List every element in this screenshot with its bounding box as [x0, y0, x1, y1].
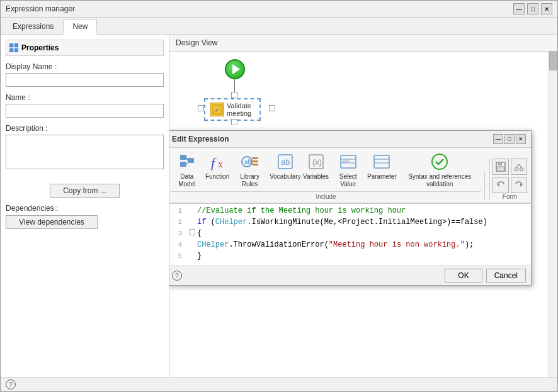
toolbar-variables[interactable]: (x) Variables	[302, 150, 329, 189]
svg-rect-15	[252, 157, 258, 159]
properties-label: Properties	[21, 43, 59, 52]
svg-text:x: x	[218, 159, 223, 169]
data-model-label: Data Model	[173, 173, 201, 188]
svg-rect-1	[14, 43, 18, 47]
node-connector-left	[198, 105, 204, 111]
scrollbar-thumb[interactable]	[549, 52, 557, 70]
cancel-button[interactable]: Cancel	[486, 269, 526, 283]
scissors-icon[interactable]	[511, 159, 527, 175]
svg-rect-16	[252, 160, 258, 162]
dependencies-group: Dependencies : View dependencies	[6, 204, 164, 229]
toolbar-syntax[interactable]: Syntax and references validation	[398, 150, 481, 189]
variables-label: Variables	[303, 173, 329, 181]
dialog-help-icon[interactable]: ?	[172, 271, 182, 281]
svg-rect-26	[374, 155, 389, 168]
copy-from-container: Copy from ...	[6, 180, 164, 201]
help-icon[interactable]: ?	[6, 379, 16, 389]
dialog-title-bar: Edit Expression — □ ✕	[169, 131, 531, 148]
design-canvas: ✓ Validate meeting Edit Expression	[169, 52, 557, 377]
node-box: ✓ Validate meeting	[204, 98, 261, 121]
form-section-label: Form	[503, 193, 517, 200]
node-connector-right	[269, 105, 275, 111]
connector-line	[234, 79, 235, 92]
minimize-button[interactable]: —	[513, 3, 525, 14]
display-name-group: Display Name :	[6, 62, 164, 87]
tab-new[interactable]: New	[63, 19, 97, 35]
toolbar-form-area: Form	[489, 159, 527, 200]
toolbar-data-model[interactable]: Data Model	[171, 150, 203, 189]
svg-text:ab: ab	[281, 157, 290, 167]
syntax-icon	[430, 152, 450, 172]
svg-rect-31	[498, 162, 502, 165]
node-connector-bottom	[231, 119, 237, 125]
svg-text:f: f	[211, 155, 217, 171]
svg-rect-0	[9, 43, 13, 47]
maximize-button[interactable]: □	[527, 3, 538, 14]
library-rules-icon: ab	[240, 152, 260, 172]
function-icon: f x	[207, 152, 227, 172]
right-panel: Design View	[169, 35, 557, 377]
form-arrow-row	[493, 177, 527, 193]
display-name-label: Display Name :	[6, 62, 164, 71]
properties-icon	[9, 43, 19, 53]
main-window: Expression manager — □ ✕ Expressions New	[0, 0, 558, 392]
code-line-3: 3 {	[169, 229, 528, 240]
toolbar-library-rules[interactable]: ab Library Rules	[231, 150, 268, 189]
main-content: Properties Display Name : Name : Descrip…	[1, 35, 557, 377]
form-icon-row	[493, 159, 527, 175]
library-rules-label: Library Rules	[234, 173, 265, 188]
close-button[interactable]: ✕	[541, 3, 552, 14]
scrollbar-right[interactable]	[549, 52, 557, 377]
edit-expression-dialog: Edit Expression — □ ✕	[169, 130, 532, 286]
description-input[interactable]	[6, 135, 164, 169]
toolbar-items: Data Model f x	[171, 150, 481, 189]
svg-text:✓: ✓	[215, 107, 220, 113]
name-group: Name :	[6, 93, 164, 118]
name-input[interactable]	[6, 104, 164, 118]
toolbar-vocabulary[interactable]: ab Vocabulary	[270, 150, 301, 189]
undo-icon[interactable]	[493, 177, 509, 193]
play-icon	[232, 64, 240, 74]
vocabulary-icon: ab	[275, 152, 295, 172]
svg-rect-2	[9, 48, 13, 52]
include-section-label: Include	[171, 191, 481, 200]
dialog-title-buttons: — □ ✕	[493, 134, 526, 144]
description-group: Description :	[6, 124, 164, 171]
dialog-close-button[interactable]: ✕	[516, 134, 526, 144]
ok-button[interactable]: OK	[445, 269, 482, 283]
dependencies-label: Dependencies :	[6, 204, 164, 213]
toolbar-parameter[interactable]: Parameter	[367, 150, 397, 189]
svg-text:(x): (x)	[312, 157, 322, 167]
validate-node[interactable]: ✓ Validate meeting	[204, 98, 261, 121]
play-button[interactable]	[225, 59, 245, 79]
toolbar-select-value[interactable]: Select Value	[331, 150, 365, 189]
svg-line-10	[186, 163, 188, 164]
svg-point-33	[515, 168, 518, 171]
display-name-input[interactable]	[6, 73, 164, 87]
save-form-icon[interactable]	[493, 159, 509, 175]
parameter-icon	[372, 152, 392, 172]
properties-header: Properties	[6, 40, 164, 56]
status-bar: ?	[1, 377, 557, 391]
dialog-minimize-button[interactable]: —	[493, 134, 503, 144]
node-icon: ✓	[210, 103, 224, 116]
svg-rect-32	[497, 167, 504, 171]
window-title: Expression manager	[6, 4, 75, 13]
code-editor[interactable]: 1 //Evaluate if the Meeting hour is work…	[169, 203, 531, 266]
tab-expressions[interactable]: Expressions	[3, 19, 63, 34]
design-view-header: Design View	[169, 35, 557, 52]
dialog-maximize-button[interactable]: □	[504, 134, 515, 144]
svg-rect-3	[14, 48, 18, 52]
code-line-1: 1 //Evaluate if the Meeting hour is work…	[169, 206, 528, 218]
dialog-actions: OK Cancel	[445, 269, 526, 283]
copy-from-button[interactable]: Copy from ...	[50, 184, 120, 198]
name-label: Name :	[6, 93, 164, 102]
svg-rect-17	[252, 164, 258, 165]
toolbar-function[interactable]: f x Function	[205, 150, 231, 189]
dialog-title: Edit Expression	[172, 135, 229, 143]
syntax-label: Syntax and references validation	[401, 173, 479, 188]
redo-icon[interactable]	[511, 177, 527, 193]
view-dependencies-button[interactable]: View dependencies	[6, 215, 98, 229]
left-panel: Properties Display Name : Name : Descrip…	[1, 35, 169, 377]
code-line-4: 4 CHelper.ThrowValidationError("Meeting …	[169, 240, 528, 252]
